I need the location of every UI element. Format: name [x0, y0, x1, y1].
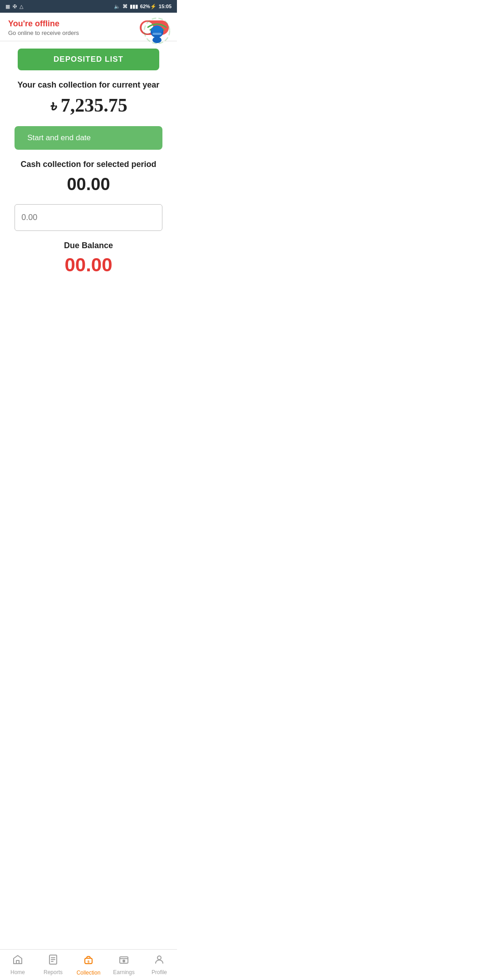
wifi-icon: ⌘	[122, 4, 127, 10]
offline-subtitle: Go online to receive orders	[8, 29, 79, 36]
warning-icon: △	[20, 4, 23, 10]
time-display: 15:05	[159, 4, 172, 9]
svg-rect-4	[152, 33, 162, 35]
signal-icon: ▮▮▮	[130, 4, 138, 10]
due-amount-display: 00.00	[64, 254, 112, 276]
mute-icon: 🔈	[114, 4, 120, 10]
period-amount-display: 00.00	[67, 175, 110, 194]
cash-collection-year-label: Your cash collection for current year	[18, 80, 160, 90]
due-balance-label: Due Balance	[64, 241, 113, 250]
deposit-input[interactable]	[15, 204, 162, 231]
status-bar: ▦ ✠ △ 🔈 ⌘ ▮▮▮ 62%⚡ 15:05	[0, 0, 177, 13]
cash-amount-value: 7,235.75	[61, 95, 127, 116]
rider-avatar	[143, 17, 171, 44]
usb-icon: ✠	[13, 4, 17, 10]
sim-icon: ▦	[5, 4, 10, 10]
offline-title: You're offline	[8, 19, 79, 29]
svg-point-5	[152, 37, 162, 43]
offline-bar: You're offline Go online to receive orde…	[0, 13, 177, 41]
currency-symbol: ৳	[49, 97, 56, 115]
battery-display: 62%⚡	[140, 4, 157, 10]
rider-icon	[143, 17, 171, 44]
main-content: DEPOSITED LIST Your cash collection for …	[0, 41, 177, 290]
cash-amount-display: ৳ 7,235.75	[49, 94, 127, 116]
date-range-button[interactable]: Start and end date	[15, 126, 162, 150]
status-right-icons: 🔈 ⌘ ▮▮▮ 62%⚡ 15:05	[114, 4, 172, 10]
period-label: Cash collection for selected period	[20, 160, 156, 169]
deposited-list-button[interactable]: DEPOSITED LIST	[18, 49, 159, 70]
status-left-icons: ▦ ✠ △	[5, 4, 23, 10]
offline-text: You're offline Go online to receive orde…	[8, 19, 79, 36]
